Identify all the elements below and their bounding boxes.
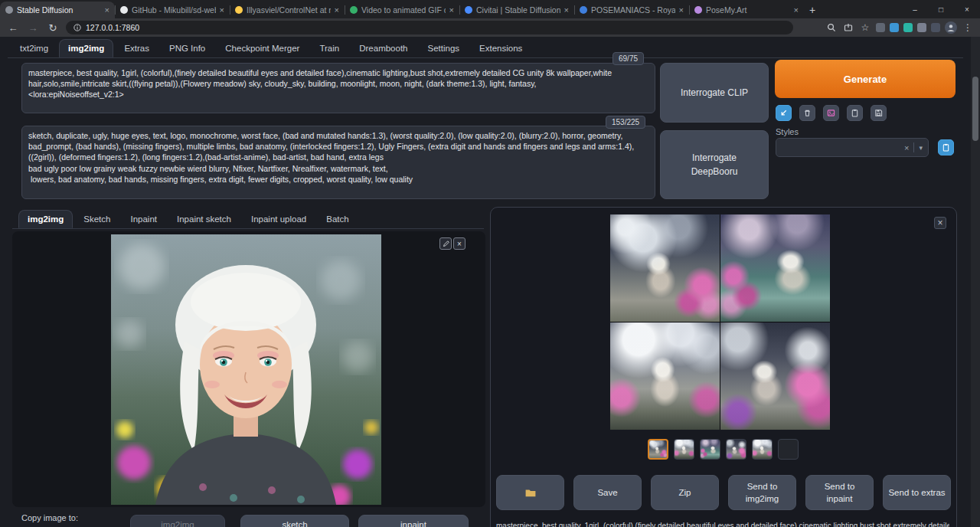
styles-refresh-button[interactable] xyxy=(938,139,954,155)
browser-tab-stable-diffusion[interactable]: Stable Diffusion × xyxy=(0,2,115,18)
prompt-input[interactable]: masterpiece, best quality, 1girl, (color… xyxy=(21,63,655,113)
gallery-thumbnail[interactable] xyxy=(726,439,746,460)
negative-prompt-input[interactable]: sketch, duplicate, ugly, huge eyes, text… xyxy=(21,126,655,199)
clipboard-icon xyxy=(942,143,950,152)
browser-tab-controlnet[interactable]: Illyasviel/ControlNet at main × xyxy=(230,2,345,18)
close-window-button[interactable]: × xyxy=(954,0,980,18)
site-info-icon[interactable] xyxy=(74,24,81,31)
gallery-thumbnail[interactable] xyxy=(700,439,720,460)
apply-styles-button[interactable] xyxy=(847,105,863,121)
tab-txt2img[interactable]: txt2img xyxy=(11,39,57,57)
copy-to-inpaint-button[interactable]: inpaint xyxy=(358,515,469,527)
send-to-inpaint-button[interactable]: Send to inpaint xyxy=(805,475,874,510)
copy-to-img2img-button[interactable]: img2img xyxy=(130,515,225,527)
nav-tab-divider xyxy=(8,57,963,58)
back-icon[interactable]: ← xyxy=(6,22,20,34)
browser-tab-posemyart[interactable]: PoseMy.Art × xyxy=(689,2,804,18)
generate-button[interactable]: Generate xyxy=(775,60,956,98)
browser-menu-icon[interactable]: ⋮ xyxy=(962,21,974,34)
favicon-icon xyxy=(694,6,702,14)
tab-dreambooth[interactable]: Dreambooth xyxy=(350,39,416,57)
profile-avatar[interactable] xyxy=(945,21,957,34)
tab-extensions[interactable]: Extensions xyxy=(470,39,531,57)
scrollbar-thumb[interactable] xyxy=(972,77,978,141)
window-controls: – □ × xyxy=(902,0,980,18)
paste-params-button[interactable] xyxy=(776,105,792,121)
gallery-grid xyxy=(610,214,830,430)
tab-close-icon[interactable]: × xyxy=(564,6,569,15)
save-button[interactable]: Save xyxy=(573,475,642,510)
extension-icon[interactable] xyxy=(876,23,885,32)
gallery-thumbnail[interactable] xyxy=(752,439,773,460)
clear-prompt-button[interactable] xyxy=(799,105,815,121)
gallery-image[interactable] xyxy=(610,214,720,322)
source-image[interactable] xyxy=(111,234,381,505)
tab-title: Stable Diffusion xyxy=(17,5,101,15)
tab-close-icon[interactable]: × xyxy=(220,6,224,15)
tab-close-icon[interactable]: × xyxy=(105,6,109,15)
tab-sketch[interactable]: Sketch xyxy=(74,210,119,228)
clear-selection-icon[interactable]: × xyxy=(904,143,909,152)
tab-settings[interactable]: Settings xyxy=(419,39,469,57)
tab-batch[interactable]: Batch xyxy=(317,210,358,228)
forward-icon[interactable]: → xyxy=(26,22,40,34)
extension-icon[interactable] xyxy=(903,23,913,32)
copy-to-sketch-button[interactable]: sketch xyxy=(240,515,349,527)
share-icon[interactable] xyxy=(842,21,854,34)
tab-train[interactable]: Train xyxy=(310,39,348,57)
styles-dropdown[interactable]: × ▾ xyxy=(776,138,929,157)
remove-image-button[interactable]: × xyxy=(453,237,466,250)
send-to-extras-button[interactable]: Send to extras xyxy=(883,475,951,510)
tab-inpaint-sketch[interactable]: Inpaint sketch xyxy=(168,210,240,228)
favicon-icon xyxy=(5,6,13,14)
gallery-image[interactable] xyxy=(720,322,830,430)
tab-checkpoint-merger[interactable]: Checkpoint Merger xyxy=(216,39,309,57)
extension-icon[interactable] xyxy=(931,23,940,32)
favicon-icon xyxy=(120,6,128,14)
tab-png-info[interactable]: PNG Info xyxy=(160,39,214,57)
extension-icon[interactable] xyxy=(890,23,899,32)
gallery-thumbnails xyxy=(648,439,799,460)
folder-icon xyxy=(524,487,537,498)
browser-tab-gif-converter[interactable]: Video to animated GIF converter × xyxy=(345,2,459,18)
gallery-image[interactable] xyxy=(720,214,830,322)
address-bar[interactable]: 127.0.0.1:7860 xyxy=(66,21,793,34)
open-folder-button[interactable] xyxy=(496,475,564,510)
image-card-icon xyxy=(827,109,835,117)
minimize-button[interactable]: – xyxy=(902,0,928,18)
browser-tab-posemaniacs[interactable]: POSEMANIACS - Royalty free 3... × xyxy=(574,2,689,18)
tab-img2img-mode[interactable]: img2img xyxy=(18,210,73,228)
new-tab-button[interactable]: + xyxy=(804,2,821,18)
zip-button[interactable]: Zip xyxy=(651,475,719,510)
page-scrollbar xyxy=(971,37,980,527)
gallery-close-button[interactable]: × xyxy=(934,217,946,229)
interrogate-deepbooru-button[interactable]: Interrogate DeepBooru xyxy=(660,130,769,199)
negative-token-counter: 153/225 xyxy=(606,116,645,129)
interrogate-clip-button[interactable]: Interrogate CLIP xyxy=(660,63,769,123)
maximize-button[interactable]: □ xyxy=(928,0,954,18)
tab-inpaint-upload[interactable]: Inpaint upload xyxy=(242,210,315,228)
gallery-thumbnail[interactable] xyxy=(648,439,668,460)
tab-img2img[interactable]: img2img xyxy=(59,39,113,57)
edit-image-button[interactable] xyxy=(439,237,452,250)
gallery-image[interactable] xyxy=(610,322,720,430)
extension-icon[interactable] xyxy=(917,23,926,32)
tab-title: POSEMANIACS - Royalty free 3... xyxy=(591,5,675,15)
gallery-thumbnail[interactable] xyxy=(674,439,694,460)
browser-tab-civitai[interactable]: Civitai | Stable Diffusion model... × xyxy=(459,2,574,18)
tab-inpaint[interactable]: Inpaint xyxy=(121,210,166,228)
tab-close-icon[interactable]: × xyxy=(794,6,799,15)
tab-extras[interactable]: Extras xyxy=(115,39,158,57)
extra-networks-button[interactable] xyxy=(823,105,839,121)
gallery-thumbnail[interactable] xyxy=(778,439,799,460)
browser-tab-github[interactable]: GitHub - Mikubill/sd-webui-con... × xyxy=(115,2,230,18)
tab-close-icon[interactable]: × xyxy=(679,6,684,15)
reload-icon[interactable]: ↻ xyxy=(46,22,60,34)
save-style-button[interactable] xyxy=(871,105,887,121)
chevron-down-icon[interactable]: ▾ xyxy=(919,144,923,152)
bookmark-star-icon[interactable]: ☆ xyxy=(859,21,871,34)
zoom-icon[interactable] xyxy=(825,21,838,34)
send-to-img2img-button[interactable]: Send to img2img xyxy=(728,475,796,510)
tab-close-icon[interactable]: × xyxy=(449,6,454,15)
tab-close-icon[interactable]: × xyxy=(335,6,339,15)
